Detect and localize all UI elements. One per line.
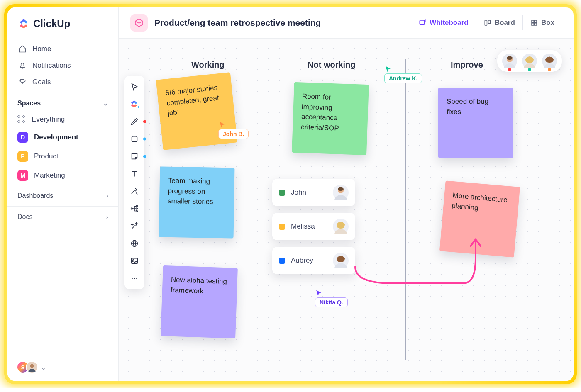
avatar bbox=[333, 253, 349, 268]
app-frame: ClickUp Home Notifications Goals Spaces … bbox=[7, 7, 574, 381]
spaces-header[interactable]: Spaces ⌄ bbox=[7, 93, 118, 111]
clickup-add-tool[interactable]: + bbox=[127, 97, 142, 112]
view-board[interactable]: Board bbox=[476, 15, 522, 30]
svg-text:+: + bbox=[137, 105, 140, 109]
page-icon[interactable] bbox=[130, 14, 148, 32]
nav-primary: Home Notifications Goals bbox=[7, 38, 118, 93]
person-card[interactable]: John bbox=[272, 179, 355, 206]
svg-rect-15 bbox=[132, 258, 138, 264]
brand-logo[interactable]: ClickUp bbox=[7, 7, 118, 38]
sidebar-space-development[interactable]: D Development bbox=[7, 128, 118, 147]
avatar bbox=[333, 219, 349, 234]
sidebar-footer: S ⌄ bbox=[7, 353, 118, 381]
sticky-note[interactable]: Room for improving acceptance criteria/S… bbox=[292, 82, 369, 155]
user-avatar[interactable] bbox=[26, 361, 38, 373]
cursor-icon bbox=[384, 65, 392, 73]
svg-point-19 bbox=[136, 278, 137, 279]
remote-cursor: Nikita Q. bbox=[315, 289, 348, 307]
space-label: Product bbox=[34, 152, 59, 161]
presence-avatar[interactable] bbox=[522, 54, 537, 68]
board-icon bbox=[484, 19, 491, 27]
nav-notifications[interactable]: Notifications bbox=[12, 57, 113, 74]
sticky-text: Room for improving acceptance criteria/S… bbox=[301, 93, 339, 132]
sticky-note[interactable]: New alpha testing framework bbox=[161, 265, 238, 338]
svg-rect-1 bbox=[420, 20, 425, 25]
nav-label: Home bbox=[32, 45, 51, 53]
home-icon bbox=[18, 45, 27, 53]
sticky-text: New alpha testing framework bbox=[171, 276, 227, 295]
status-square bbox=[279, 258, 285, 264]
mindmap-tool[interactable] bbox=[127, 201, 142, 216]
view-box[interactable]: Box bbox=[522, 15, 562, 30]
sidebar: ClickUp Home Notifications Goals Spaces … bbox=[7, 7, 119, 381]
section-label: Dashboards bbox=[17, 192, 53, 200]
select-tool[interactable] bbox=[127, 79, 142, 94]
spaces-title: Spaces bbox=[17, 100, 41, 107]
person-name: John bbox=[291, 188, 327, 197]
view-label: Box bbox=[541, 19, 554, 27]
sticky-tool[interactable] bbox=[127, 149, 142, 164]
presence-bar[interactable] bbox=[497, 50, 562, 72]
person-card[interactable]: Melissa bbox=[272, 213, 355, 240]
everything-icon bbox=[17, 115, 26, 124]
presence-avatar[interactable] bbox=[542, 54, 557, 68]
nav-label: Notifications bbox=[32, 61, 71, 70]
magic-tool[interactable] bbox=[127, 219, 142, 234]
svg-rect-5 bbox=[535, 20, 537, 22]
whiteboard-canvas[interactable]: Working Not working Improve + 5 bbox=[119, 39, 574, 381]
chevron-down-icon: ⌄ bbox=[103, 99, 108, 107]
svg-rect-7 bbox=[535, 23, 537, 25]
pen-tool[interactable] bbox=[127, 114, 142, 129]
more-tool[interactable] bbox=[127, 271, 142, 286]
remote-cursor: John B. bbox=[218, 121, 249, 139]
sticky-text: Team making progress on smaller stories bbox=[168, 177, 213, 206]
svg-point-0 bbox=[30, 364, 34, 368]
sticky-note[interactable]: Speed of bug fixes bbox=[438, 88, 513, 158]
status-square bbox=[279, 224, 285, 230]
page-title: Product/eng team retrospective meeting bbox=[154, 18, 321, 28]
cursor-user-label: Andrew K. bbox=[384, 73, 422, 83]
presence-avatar[interactable] bbox=[502, 54, 517, 68]
view-whiteboard[interactable]: Whiteboard bbox=[411, 15, 476, 30]
nav-home[interactable]: Home bbox=[12, 41, 113, 57]
status-square bbox=[279, 190, 285, 196]
sidebar-space-marketing[interactable]: M Marketing bbox=[7, 166, 118, 185]
shape-tool[interactable] bbox=[127, 131, 142, 146]
sticky-note[interactable]: Team making progress on smaller stories bbox=[159, 166, 235, 238]
sticky-text: More architecture planning bbox=[452, 191, 508, 212]
sticky-text: Speed of bug fixes bbox=[447, 97, 488, 116]
svg-point-10 bbox=[131, 208, 133, 209]
whiteboard-icon bbox=[419, 19, 426, 27]
trophy-icon bbox=[18, 78, 27, 86]
person-name: Melissa bbox=[291, 222, 327, 231]
cursor-icon bbox=[218, 121, 226, 128]
cube-icon bbox=[134, 18, 144, 28]
column-title-improve: Improve bbox=[451, 60, 483, 70]
box-icon bbox=[530, 19, 538, 27]
chevron-down-icon[interactable]: ⌄ bbox=[41, 363, 46, 371]
svg-point-12 bbox=[136, 208, 138, 209]
sidebar-everything[interactable]: Everything bbox=[7, 111, 118, 128]
sidebar-space-product[interactable]: P Product bbox=[7, 147, 118, 166]
text-tool[interactable] bbox=[127, 166, 142, 181]
view-label: Whiteboard bbox=[430, 19, 469, 27]
svg-rect-2 bbox=[485, 20, 487, 25]
sticky-text: 5/6 major stories completed, great job! bbox=[165, 84, 220, 117]
image-tool[interactable] bbox=[127, 253, 142, 268]
column-title-notworking: Not working bbox=[308, 60, 356, 70]
web-tool[interactable] bbox=[127, 236, 142, 251]
svg-point-18 bbox=[134, 278, 135, 279]
connector-tool[interactable] bbox=[127, 184, 142, 199]
nav-label: Goals bbox=[32, 78, 51, 86]
cursor-icon bbox=[315, 289, 322, 297]
nav-goals[interactable]: Goals bbox=[12, 74, 113, 90]
whiteboard-toolbar: + bbox=[124, 76, 144, 289]
space-label: Development bbox=[34, 133, 78, 141]
remote-cursor: Andrew K. bbox=[384, 65, 422, 83]
sidebar-docs[interactable]: Docs › bbox=[7, 206, 118, 227]
connector-arrow[interactable] bbox=[351, 234, 484, 300]
cursor-user-label: John B. bbox=[218, 129, 249, 139]
chevron-right-icon: › bbox=[106, 213, 108, 221]
person-card[interactable]: Aubrey bbox=[272, 247, 355, 274]
sidebar-dashboards[interactable]: Dashboards › bbox=[7, 185, 118, 206]
